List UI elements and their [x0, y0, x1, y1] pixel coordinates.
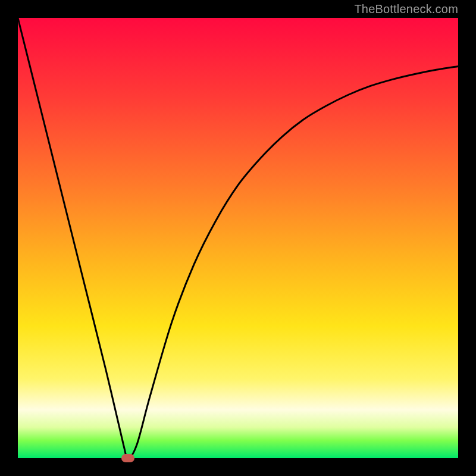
- bottleneck-curve: [18, 18, 458, 458]
- optimal-point-marker: [121, 454, 134, 462]
- watermark-text: TheBottleneck.com: [354, 2, 458, 16]
- plot-area: [18, 18, 458, 458]
- chart-frame: TheBottleneck.com: [0, 0, 476, 476]
